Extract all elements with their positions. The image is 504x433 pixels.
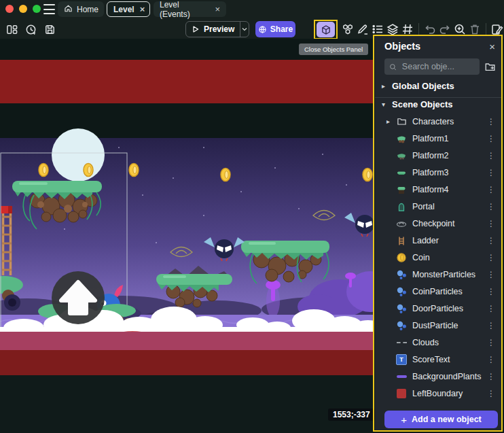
moon-sprite[interactable] xyxy=(52,128,105,181)
window-tab-bar: Home Level × Level (Events) × xyxy=(0,0,504,19)
kebab-menu-icon[interactable]: ⋮ xyxy=(487,287,495,296)
add-folder-icon[interactable] xyxy=(484,60,497,73)
close-tab-icon[interactable]: × xyxy=(140,5,145,14)
tooltip: Close Objects Panel xyxy=(299,44,368,55)
kebab-menu-icon[interactable]: ⋮ xyxy=(487,372,495,381)
object-row-portal[interactable]: Portal ⋮ xyxy=(375,198,502,215)
object-row-dustparticle[interactable]: DustParticle ⋮ xyxy=(375,317,502,334)
chevron-down-icon xyxy=(241,26,248,33)
object-row-ladder[interactable]: Ladder ⋮ xyxy=(375,232,502,249)
trash-icon[interactable] xyxy=(468,22,482,36)
object-row-platform4[interactable]: Platform4 ⋮ xyxy=(375,181,502,198)
object-row-scoretext[interactable]: T ScoreText ⋮ xyxy=(375,351,502,368)
traffic-lights xyxy=(5,5,41,13)
play-icon xyxy=(192,25,200,33)
kebab-menu-icon[interactable]: ⋮ xyxy=(487,236,495,245)
section-scene-objects[interactable]: ▾ Scene Objects xyxy=(382,99,453,109)
cursor-coordinates-badge: 1553;-337 xyxy=(328,409,375,421)
object-row-coinparticles[interactable]: CoinParticles ⋮ xyxy=(375,283,502,300)
redo-icon[interactable] xyxy=(438,22,452,36)
kebab-menu-icon[interactable]: ⋮ xyxy=(487,355,495,364)
kebab-menu-icon[interactable]: ⋮ xyxy=(487,185,495,194)
close-window-button[interactable] xyxy=(5,5,14,13)
checkpoint-thumbnail xyxy=(395,218,408,229)
close-tab-icon[interactable]: × xyxy=(215,5,220,14)
object-row-doorparticles[interactable]: DoorParticles ⋮ xyxy=(375,300,502,317)
scene-editor-canvas[interactable] xyxy=(0,39,373,433)
kebab-menu-icon[interactable]: ⋮ xyxy=(487,168,495,177)
undo-icon[interactable] xyxy=(423,22,437,36)
portal-thumbnail xyxy=(395,201,408,212)
object-row-platform2[interactable]: Platform2 ⋮ xyxy=(375,147,502,164)
particles-thumbnail xyxy=(395,319,408,331)
object-row-monsterparticles[interactable]: MonsterParticles ⋮ xyxy=(375,266,502,283)
history-icon[interactable] xyxy=(24,22,37,36)
particles-thumbnail xyxy=(395,285,408,297)
platform-thumbnail xyxy=(395,150,408,161)
particles-thumbnail xyxy=(395,269,408,280)
main-menu-icon[interactable] xyxy=(43,4,55,14)
search-icon xyxy=(389,63,397,71)
object-row-coin[interactable]: Coin ⋮ xyxy=(375,249,502,266)
instances-list-icon[interactable] xyxy=(371,22,384,36)
tab-label: Level xyxy=(113,5,134,14)
share-button[interactable]: Share xyxy=(255,21,295,37)
add-new-object-button[interactable]: + Add a new object xyxy=(384,411,498,428)
divider xyxy=(375,97,502,98)
edit-scene-properties-icon[interactable] xyxy=(490,22,504,36)
objects-panel-toggle-button[interactable] xyxy=(317,22,335,37)
tab-level-events[interactable]: Level (Events) × xyxy=(154,1,226,17)
edit-pencil-icon[interactable] xyxy=(356,22,370,36)
tab-label: Home xyxy=(77,5,98,14)
kebab-menu-icon[interactable]: ⋮ xyxy=(487,270,495,279)
kebab-menu-icon[interactable]: ⋮ xyxy=(487,151,495,160)
close-panel-icon[interactable]: × xyxy=(489,41,495,52)
section-global-objects[interactable]: ▸ Global Objects xyxy=(382,81,454,91)
kebab-menu-icon[interactable]: ⋮ xyxy=(487,253,495,262)
up-arrow-button-sprite[interactable] xyxy=(52,271,105,324)
kebab-menu-icon[interactable]: ⋮ xyxy=(487,321,495,330)
object-row-clouds[interactable]: Clouds ⋮ xyxy=(375,334,502,351)
kebab-menu-icon[interactable]: ⋮ xyxy=(487,117,495,126)
objects-panel-title: Objects xyxy=(384,41,489,52)
minimize-window-button[interactable] xyxy=(19,5,27,13)
plus-icon: + xyxy=(401,415,407,425)
particles-thumbnail xyxy=(395,302,408,314)
share-label: Share xyxy=(270,24,293,34)
scene-objects-list: ▸ Characters ⋮ Platform1 ⋮ Platform2 xyxy=(375,113,502,402)
kebab-menu-icon[interactable]: ⋮ xyxy=(487,134,495,143)
kebab-menu-icon[interactable]: ⋮ xyxy=(487,219,495,228)
clouds-thumbnail xyxy=(395,336,408,348)
plants-thumbnail xyxy=(395,370,408,382)
object-groups-icon[interactable] xyxy=(341,22,355,36)
object-search-box[interactable] xyxy=(384,58,480,75)
object-row-checkpoint[interactable]: Checkpoint ⋮ xyxy=(375,215,502,232)
tab-level[interactable]: Level × xyxy=(107,1,150,17)
object-row-leftboundary[interactable]: LeftBoundary ⋮ xyxy=(375,385,502,402)
top-boundary-sprite[interactable] xyxy=(0,60,373,103)
kebab-menu-icon[interactable]: ⋮ xyxy=(487,389,495,398)
object-row-backgroundplants[interactable]: BackgroundPlants ⋮ xyxy=(375,368,502,385)
layers-icon[interactable] xyxy=(386,22,399,36)
kebab-menu-icon[interactable]: ⋮ xyxy=(487,338,495,347)
object-row-characters[interactable]: ▸ Characters ⋮ xyxy=(375,113,502,130)
grid-icon[interactable] xyxy=(401,22,414,36)
preview-options-dropdown[interactable] xyxy=(240,22,249,37)
bottom-boundary-sprite[interactable] xyxy=(0,350,373,375)
platform-thumbnail xyxy=(395,167,408,178)
tab-home[interactable]: Home xyxy=(58,1,104,17)
chevron-down-icon: ▾ xyxy=(382,101,388,108)
search-input[interactable] xyxy=(401,61,475,72)
kebab-menu-icon[interactable]: ⋮ xyxy=(487,304,495,313)
editor-background xyxy=(0,375,373,433)
preview-button[interactable]: Preview xyxy=(185,21,249,37)
save-icon[interactable] xyxy=(43,22,56,36)
panels-layout-icon[interactable] xyxy=(5,22,18,36)
globe-icon xyxy=(258,25,267,34)
maximize-window-button[interactable] xyxy=(33,5,41,13)
gdevelop-editor-window: Home Level × Level (Events) × xyxy=(0,0,504,433)
object-row-platform1[interactable]: Platform1 ⋮ xyxy=(375,130,502,147)
kebab-menu-icon[interactable]: ⋮ xyxy=(487,202,495,211)
object-row-platform3[interactable]: Platform3 ⋮ xyxy=(375,164,502,181)
zoom-in-icon[interactable] xyxy=(453,22,467,36)
